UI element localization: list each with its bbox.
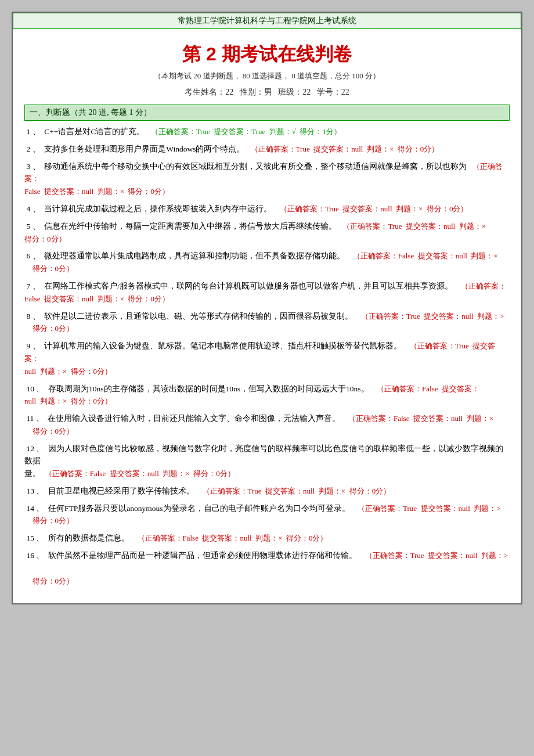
student-info: 考生姓名：22 性别：男 班级：22 学号：22 [24, 87, 510, 98]
question-1: 1 、 C++语言是对C语言的扩充。 （正确答案：True 提交答案：True … [24, 125, 510, 138]
main-content: 第 2 期考试在线判卷 （本期考试 20 道判断题， 80 道选择题， 0 道填… [13, 29, 521, 603]
section1-header: 一、判断题（共 20 道, 每题 1 分） [24, 105, 510, 121]
question-14: 14 、 任何FTP服务器只要以anonymous为登录名，自己的电子邮件账户名… [24, 502, 510, 528]
id-label: 学号： [317, 88, 341, 96]
header-title: 常熟理工学院计算机科学与工程学院网上考试系统 [178, 16, 356, 25]
class-value: 22 [302, 88, 311, 96]
student-name: 22 [225, 88, 233, 96]
question-5: 5 、 信息在光纤中传输时，每隔一定距离需要加入中继器，将信号放大后再继续传输。… [24, 220, 510, 246]
gender-label: 性别： [240, 88, 264, 96]
student-name-label: 考生姓名： [185, 88, 225, 96]
header-bar: 常熟理工学院计算机科学与工程学院网上考试系统 [13, 13, 521, 29]
question-12: 12 、 因为人眼对色度信号比较敏感，视频信号数字化时，亮度信号的取样频率可以比… [24, 442, 510, 480]
question-13: 13 、 目前卫星电视已经采用了数字传输技术。 （正确答案：True 提交答案：… [24, 485, 510, 498]
question-4: 4 、 当计算机完成加载过程之后，操作系统即被装入到内存中运行。 （正确答案：T… [24, 203, 510, 215]
question-16: 16 、 软件虽然不是物理产品而是一种逻辑产品，但通常必须使用物理载体进行存储和… [24, 549, 510, 587]
exam-subtitle: （本期考试 20 道判断题， 80 道选择题， 0 道填空题，总分 100 分） [24, 71, 510, 81]
class-label: 班级： [278, 88, 302, 96]
question-15: 15 、 所有的数据都是信息。 （正确答案：False 提交答案：null 判题… [24, 532, 510, 545]
id-value: 22 [341, 88, 349, 96]
question-6: 6 、 微处理器通常以单片集成电路制成，具有运算和控制功能，但不具备数据存储功能… [24, 250, 510, 275]
exam-title: 第 2 期考试在线判卷 [24, 42, 510, 67]
question-7: 7 、 在网络工作模式客户/服务器模式中，联网的每台计算机既可以做服务器也可以做… [24, 280, 510, 305]
question-11: 11 、 在使用输入设备进行输入时，目前还只能输入文字、命令和图像，无法输入声音… [24, 412, 510, 438]
question-2: 2 、 支持多任务处理和图形用户界面是Windows的两个特点。 （正确答案：T… [24, 143, 510, 156]
question-3: 3 、 移动通信系统中每个移动交换中心的有效区域既相互分割，又彼此有所交叠，整个… [24, 160, 510, 198]
gender: 男 [264, 88, 272, 96]
question-8: 8 、 软件是以二进位表示，且通常以电、磁、光等形式存储和传输的，因而很容易被复… [24, 310, 510, 336]
question-10: 10 、 存取周期为10ns的主存储器，其读出数据的时间是10ns，但写入数据的… [24, 383, 510, 408]
question-9: 9 、 计算机常用的输入设备为键盘、鼠标器。笔记本电脑常使用轨迹球、指点杆和触摸… [24, 340, 510, 377]
page-container: 常熟理工学院计算机科学与工程学院网上考试系统 第 2 期考试在线判卷 （本期考试… [12, 12, 522, 604]
